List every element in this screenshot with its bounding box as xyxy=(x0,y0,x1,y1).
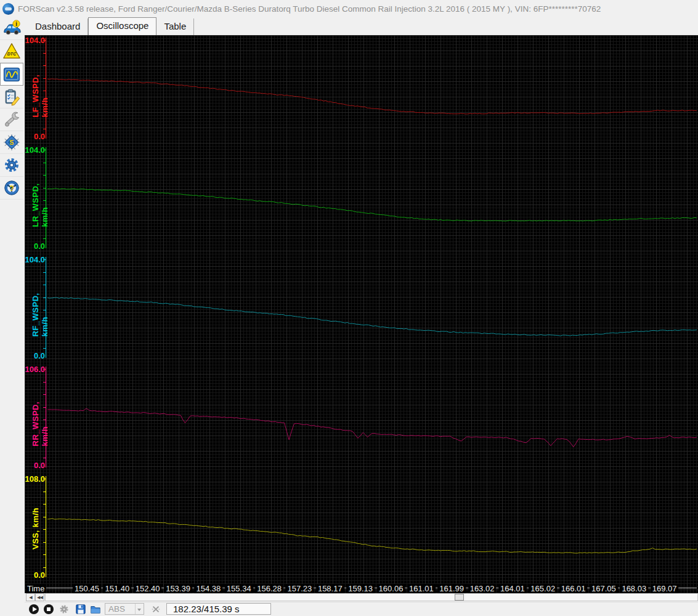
channel-scale-max: 108.0 xyxy=(25,474,45,484)
time-tick-label: 164.01 xyxy=(498,584,527,593)
channel-trace xyxy=(46,254,698,364)
channel-trace xyxy=(46,364,698,474)
axis-tick-mark xyxy=(43,200,46,201)
time-tick-label: 158.17 xyxy=(316,584,344,593)
scroll-left-button[interactable]: ◀ xyxy=(26,593,35,601)
axis-tick-mark xyxy=(43,298,46,298)
axis-tick-mark xyxy=(43,259,46,260)
play-button[interactable] xyxy=(27,603,41,615)
axis-tick-mark xyxy=(43,116,46,116)
module-dropdown[interactable]: ABS xyxy=(105,603,144,615)
tab-dashboard[interactable]: Dashboard xyxy=(28,18,88,35)
title-bar: FORScan v2.3.58 release, Ford Ranger/Cou… xyxy=(0,0,698,18)
time-tick-label: 165.02 xyxy=(529,584,557,593)
scope-channel-4: 106.00.0RR_WSPD, km/h xyxy=(25,364,698,474)
chip-icon: S xyxy=(2,133,21,152)
axis-tick-mark xyxy=(43,285,46,285)
time-tick-label: 169.07 xyxy=(651,584,679,593)
time-tick-label: 159.13 xyxy=(346,584,375,593)
axis-tick-mark xyxy=(43,529,46,530)
axis-tick-mark xyxy=(43,445,46,445)
channel-trace xyxy=(46,474,698,583)
channel-trace xyxy=(46,35,698,145)
axis-tick-mark xyxy=(43,479,46,479)
channel-scale-min: 0.0 xyxy=(25,132,45,141)
sidebar: i DTC xyxy=(0,17,25,616)
channel-scale-max: 106.0 xyxy=(25,365,45,374)
sidebar-item-service[interactable] xyxy=(0,108,23,131)
horizontal-scrollbar: ◀ ◀◀ xyxy=(25,593,698,602)
time-tick-label: 157.23 xyxy=(286,584,314,593)
channel-scale-max: 104.0 xyxy=(25,145,45,155)
axis-tick-mark xyxy=(43,504,46,505)
axis-tick-mark xyxy=(43,225,46,226)
channel-scale-max: 104.0 xyxy=(25,255,45,264)
window-title: FORScan v2.3.58 release, Ford Ranger/Cou… xyxy=(18,4,601,14)
sidebar-item-help[interactable]: ? xyxy=(0,177,23,200)
tab-oscilloscope[interactable]: Oscilloscope xyxy=(88,17,156,35)
time-tick-label: 166.01 xyxy=(559,584,588,593)
channel-label: VSS, km/h xyxy=(31,508,40,549)
svg-text:S: S xyxy=(10,139,14,146)
time-tick-label: 154.38 xyxy=(195,584,223,593)
scope-settings-button[interactable] xyxy=(57,603,71,615)
svg-text:?: ? xyxy=(9,184,14,193)
time-tick-label: 151.40 xyxy=(103,584,131,593)
scrollbar-track[interactable] xyxy=(45,593,698,601)
save-button[interactable] xyxy=(74,603,87,615)
gear-icon xyxy=(2,156,21,174)
scope-channel-1: 104.00.0LF_WSPD, km/h xyxy=(25,35,698,145)
time-tick-label: 156.28 xyxy=(255,584,283,593)
scrollbar-thumb[interactable] xyxy=(455,594,464,601)
sidebar-item-vehicle-info[interactable]: i xyxy=(0,17,23,40)
time-tick-label: 152.40 xyxy=(134,584,162,593)
car-info-icon: i xyxy=(2,19,21,38)
time-axis: Time 150.45151.40152.40153.39154.38155.3… xyxy=(25,583,698,593)
sidebar-item-configuration[interactable]: S xyxy=(0,131,23,154)
sidebar-item-tests[interactable] xyxy=(0,86,23,108)
clear-marks-icon xyxy=(151,604,161,614)
clipboard-tests-icon xyxy=(2,87,21,106)
dropdown-arrow-icon xyxy=(135,604,144,614)
axis-tick-mark xyxy=(43,394,46,395)
sidebar-item-oscilloscope[interactable] xyxy=(0,63,23,86)
clear-marks-button[interactable] xyxy=(149,603,163,615)
dtc-warning-icon: DTC xyxy=(2,42,21,60)
axis-tick-mark xyxy=(43,78,46,79)
bottom-toolbar: ABS 182.23/415.39 s xyxy=(25,602,698,616)
gear-disabled-icon xyxy=(59,604,70,615)
channel-scale-min: 0.0 xyxy=(25,351,45,360)
time-position-value: 182.23/415.39 s xyxy=(173,604,240,614)
axis-tick-mark xyxy=(43,458,46,458)
sidebar-item-dtc[interactable]: DTC xyxy=(0,40,23,63)
channel-trace xyxy=(46,145,698,254)
load-button[interactable] xyxy=(89,603,102,615)
time-tick-label: 161.99 xyxy=(437,584,466,593)
axis-tick-mark xyxy=(43,419,46,420)
axis-tick-mark xyxy=(43,238,46,239)
axis-tick-mark xyxy=(43,272,46,273)
scroll-left-fast-button[interactable]: ◀◀ xyxy=(35,593,44,601)
axis-tick-mark xyxy=(43,213,46,214)
tab-table[interactable]: Table xyxy=(156,18,194,35)
axis-tick-mark xyxy=(43,492,46,492)
channel-scale-min: 0.0 xyxy=(25,461,45,470)
axis-tick-mark xyxy=(43,163,46,163)
time-tick-label: 163.02 xyxy=(468,584,497,593)
stop-button[interactable] xyxy=(42,603,55,615)
time-tick-label: 160.06 xyxy=(377,584,405,593)
forscan-window: FORScan v2.3.58 release, Ford Ranger/Cou… xyxy=(0,0,698,616)
axis-tick-mark xyxy=(43,103,46,104)
channel-scale-max: 104.0 xyxy=(25,36,45,45)
axis-tick-mark xyxy=(43,432,46,433)
sidebar-item-settings[interactable] xyxy=(0,154,23,177)
time-tick-label: 150.45 xyxy=(73,584,101,593)
tab-bar: Dashboard Oscilloscope Table xyxy=(25,17,698,35)
axis-tick-mark xyxy=(43,53,46,54)
axis-tick-mark xyxy=(43,335,46,336)
steering-wheel-question-icon: ? xyxy=(2,179,21,197)
axis-tick-mark xyxy=(43,382,46,383)
axis-tick-mark xyxy=(43,542,46,543)
axis-tick-mark xyxy=(43,567,46,568)
play-icon xyxy=(29,604,39,614)
